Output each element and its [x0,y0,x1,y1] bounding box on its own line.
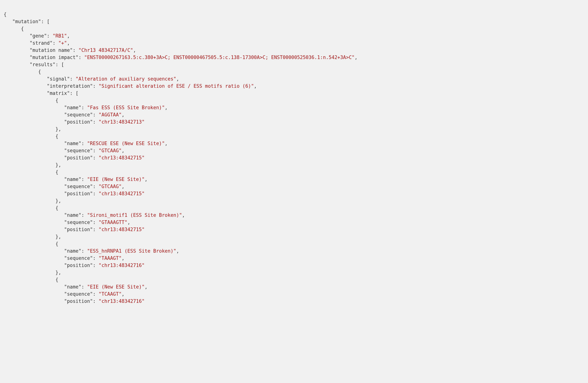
json-punct: { [56,241,59,247]
json-punct: : [70,76,76,82]
json-punct: : [93,255,99,261]
json-key: "interpretation" [47,83,93,89]
json-punct: }, [56,234,61,239]
json-punct: : [93,298,99,304]
json-punct: { [56,169,59,175]
json-punct: , [176,76,179,82]
json-key: "matrix" [47,90,70,96]
json-punct: , [122,184,125,189]
json-key: "sequence" [64,184,93,189]
json-punct: , [122,255,125,261]
json-punct: : [81,141,87,146]
json-string: "RESCUE ESE (New ESE Site)" [87,141,165,146]
json-key: "position" [64,191,93,196]
json-punct: , [165,141,168,146]
json-punct: { [56,98,59,103]
json-key: "strand" [30,40,53,46]
json-punct: , [122,112,125,117]
json-punct: : [53,40,58,46]
json-punct: : [81,248,87,254]
json-key: "name" [64,212,81,218]
json-punct: }, [56,162,61,168]
json-punct: }, [56,198,61,203]
json-punct: , [254,83,257,89]
json-key: "results" [30,62,56,67]
json-string: "chr13:48342713" [99,119,145,125]
json-string: "Significant alteration of ESE / ESS mot… [99,83,254,89]
json-punct: { [56,134,59,139]
json-punct: : [93,220,99,225]
json-punct: : [47,33,53,39]
json-string: "chr13:48342715" [99,227,145,232]
json-punct: : [81,177,87,182]
json-string: "TAAAGT" [99,255,122,261]
json-key: "position" [64,119,93,125]
json-key: "sequence" [64,148,93,153]
json-string: "AGGTAA" [99,112,122,117]
json-punct: : [73,47,79,53]
json-key: "name" [64,248,81,254]
json-punct: , [122,148,125,153]
json-punct: : [93,263,99,268]
json-punct: : [93,191,99,196]
json-key: "mutation impact" [30,55,79,60]
json-punct: }, [56,270,61,275]
json-punct: : [79,55,84,60]
json-string: "GTAAAGTT" [99,220,127,225]
json-punct: : [ [41,19,50,24]
json-punct: : [93,148,99,153]
json-key: "signal" [47,76,70,82]
json-punct: { [21,26,24,31]
json-punct: , [122,291,125,297]
json-punct: : [ [70,90,79,96]
json-punct: , [67,33,70,39]
json-key: "position" [64,298,93,304]
json-punct: : [93,112,99,117]
json-code-block: { "mutation": [ { "gene": "RB1", "strand… [4,11,584,305]
json-punct: : [93,119,99,125]
json-string: "Sironi_motif1 (ESS Site Broken)" [87,212,182,218]
json-punct: , [133,47,136,53]
json-string: "TCAAGT" [99,291,122,297]
json-key: "name" [64,141,81,146]
json-key: "name" [64,177,81,182]
json-punct: : [93,291,99,297]
json-string: "Alteration of auxiliary sequences" [76,76,176,82]
json-key: "name" [64,284,81,290]
json-string: "chr13:48342716" [99,298,145,304]
json-string: "GTCAAG" [99,184,122,189]
json-string: "+" [58,40,67,46]
json-punct: , [355,55,357,60]
json-key: "sequence" [64,255,93,261]
json-punct: , [67,40,70,46]
json-string: "chr13:48342715" [99,155,145,160]
json-string: "chr13:48342716" [99,263,145,268]
json-punct: { [38,69,41,74]
json-punct: , [176,248,179,254]
json-punct: : [ [56,62,64,67]
json-punct: : [93,184,99,189]
json-punct: }, [56,126,61,132]
json-string: "EIE (New ESE Site)" [87,177,145,182]
json-punct: , [145,284,147,290]
json-punct: : [93,155,99,160]
json-string: "ESS_hnRNPA1 (ESS Site Broken)" [87,248,176,254]
json-punct: : [93,227,99,232]
json-key: "mutation" [12,19,41,24]
json-string: "Chr13 48342717A/C" [79,47,133,53]
json-key: "sequence" [64,220,93,225]
json-punct: , [165,105,168,110]
json-punct: , [145,177,147,182]
json-key: "mutation name" [30,47,73,53]
json-punct: : [81,284,87,290]
json-punct: : [81,105,87,110]
json-punct: { [4,12,7,17]
json-punct: { [56,205,59,211]
json-key: "gene" [30,33,47,39]
json-key: "position" [64,227,93,232]
json-string: "EIE (New ESE Site)" [87,284,145,290]
json-key: "sequence" [64,291,93,297]
json-string: "Fas ESS (ESS Site Broken)" [87,105,165,110]
json-punct: { [56,277,59,282]
json-key: "name" [64,105,81,110]
